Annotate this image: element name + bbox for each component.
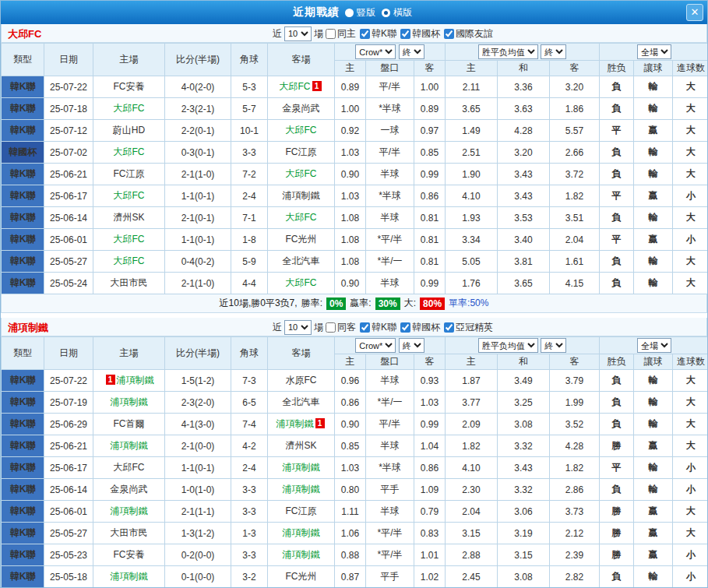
handicap-line: *半球 [366, 185, 414, 207]
league-badge: 韓K聯 [2, 98, 44, 120]
checkbox-input[interactable] [360, 29, 370, 39]
col-handicap: 盤口 [366, 61, 414, 76]
filter-checkbox[interactable]: 韓K聯 [360, 27, 396, 40]
handicap-result: 輸 [634, 251, 673, 273]
asian-away-odds: 0.86 [414, 185, 446, 207]
scope-select[interactable]: 全場 [637, 338, 671, 353]
odds-company-select[interactable]: Crow* [355, 44, 396, 59]
euro-draw-odds: 3.32 [498, 479, 550, 501]
filter-checkbox[interactable]: 亞冠精英 [444, 321, 493, 334]
euro-draw-odds: 3.08 [498, 414, 550, 435]
team-name: 大邱FC [114, 255, 145, 266]
league-badge: 韓K聯 [2, 479, 44, 501]
home-team-cell: FC江原 [93, 164, 165, 185]
close-button[interactable]: ✕ [686, 4, 703, 21]
checkbox-input[interactable] [444, 322, 454, 333]
goals-result: 小 [673, 457, 708, 479]
checkbox-input[interactable] [326, 322, 336, 333]
euro-away-odds: 4.15 [550, 273, 600, 294]
score-cell: 0-2(0-0) [165, 544, 231, 566]
euro-draw-odds: 3.63 [498, 98, 550, 120]
asian-away-odds: 0.79 [414, 501, 446, 523]
recent-count-select[interactable]: 10 [284, 320, 312, 335]
filter-checkbox[interactable]: 國際友誼 [444, 27, 493, 40]
filter-checkbox[interactable]: 韓國杯 [400, 27, 440, 40]
match-row: 韓K聯25-05-23FC安養0-2(0-0)3-3浦項制鐵0.88*平/半1.… [2, 544, 708, 566]
team-name: FC安養 [114, 549, 145, 560]
goals-result: 小 [673, 479, 708, 501]
euro-mean-select[interactable]: 胜平负均值 [478, 44, 538, 59]
handicap-line: 一球 [366, 120, 414, 142]
layout-radio-horizontal[interactable]: 橫版 [393, 6, 412, 19]
team-name: 大邱FC [286, 168, 317, 179]
league-badge: 韓K聯 [2, 370, 44, 392]
home-team-cell: 大邱FC [93, 142, 165, 164]
score-cell: 1-1(0-1) [165, 457, 231, 479]
odds-final-select[interactable]: 終 [399, 338, 424, 353]
odds-company-select[interactable]: Crow* [355, 338, 396, 353]
team-name: FC安養 [114, 81, 145, 92]
euro-away-odds: 2.04 [550, 229, 600, 251]
win-rate-label: 勝率: [301, 297, 322, 310]
handicap-result: 輸 [634, 566, 673, 588]
team-name: 濟州SK [285, 440, 316, 451]
vertical-radio-icon[interactable] [345, 9, 354, 17]
asian-away-odds: 0.99 [414, 273, 446, 294]
checkbox-input[interactable] [400, 29, 410, 39]
scope-select[interactable]: 全場 [637, 44, 671, 59]
euro-final-select[interactable]: 終 [541, 44, 566, 59]
euro-home-odds: 2.45 [446, 566, 498, 588]
euro-final-select[interactable]: 終 [541, 338, 566, 353]
league-badge: 韓K聯 [2, 76, 44, 98]
match-row: 韓K聯25-07-221浦項制鐵1-5(1-2)7-3水原FC0.96半球0.9… [2, 370, 708, 392]
euro-home-odds: 1.49 [446, 120, 498, 142]
euro-home-odds: 3.65 [446, 98, 498, 120]
horizontal-radio-icon[interactable] [382, 9, 390, 17]
corner-cell: 10-1 [231, 120, 268, 142]
league-badge: 韓K聯 [2, 229, 44, 251]
asian-home-odds: 1.08 [335, 207, 366, 229]
recent-count-select[interactable]: 10 [284, 26, 312, 41]
match-result: 負 [600, 251, 634, 273]
summary-text: 近10場,勝0平3负7, [220, 297, 298, 310]
corner-cell: 2-4 [231, 185, 268, 207]
euro-home-odds: 4.10 [446, 185, 498, 207]
layout-radio-vertical[interactable]: 豎版 [357, 6, 375, 19]
league-badge: 韓K聯 [2, 544, 44, 566]
odds-final-select[interactable]: 終 [399, 44, 424, 59]
col-home: 主場 [93, 337, 165, 370]
euro-draw-odds: 3.25 [498, 392, 550, 414]
handicap-line: *半/一 [366, 251, 414, 273]
corner-cell: 7-2 [231, 164, 268, 185]
filter-checkbox[interactable]: 韓國杯 [400, 321, 440, 334]
asian-home-odds: 1.03 [335, 457, 366, 479]
checkbox-input[interactable] [326, 29, 336, 39]
match-result: 負 [600, 370, 634, 392]
euro-draw-odds: 3.53 [498, 207, 550, 229]
asian-away-odds: 0.81 [414, 229, 446, 251]
checkbox-input[interactable] [360, 322, 370, 333]
team-name: FC江原 [286, 505, 317, 516]
team-name: FC光州 [286, 234, 317, 245]
asian-home-odds: 1.08 [335, 229, 366, 251]
checkbox-input[interactable] [400, 322, 410, 333]
filter-checkbox[interactable]: 同客 [326, 321, 356, 334]
euro-mean-select[interactable]: 胜平负均值 [478, 338, 538, 353]
section-header: 大邱FC 近 10 場 同主韓K聯韓國杯國際友誼 [1, 24, 707, 43]
checkbox-input[interactable] [444, 29, 454, 39]
goals-result: 大 [673, 142, 708, 164]
team-name: 大邱FC [286, 277, 317, 288]
result-scope-header: 全場 [600, 44, 708, 61]
goals-result: 大 [673, 501, 708, 523]
goals-result: 大 [673, 273, 708, 294]
euro-draw-odds: 3.06 [498, 501, 550, 523]
euro-draw-odds: 3.08 [498, 566, 550, 588]
score-cell: 1-0(1-0) [165, 479, 231, 501]
asian-away-odds: 0.81 [414, 251, 446, 273]
handicap-result: 輸 [634, 457, 673, 479]
asian-away-odds: 1.04 [414, 435, 446, 457]
corner-cell: 5-3 [231, 76, 268, 98]
filter-checkbox[interactable]: 同主 [326, 27, 356, 40]
euro-draw-odds: 3.19 [498, 523, 550, 544]
filter-checkbox[interactable]: 韓K聯 [360, 321, 396, 334]
